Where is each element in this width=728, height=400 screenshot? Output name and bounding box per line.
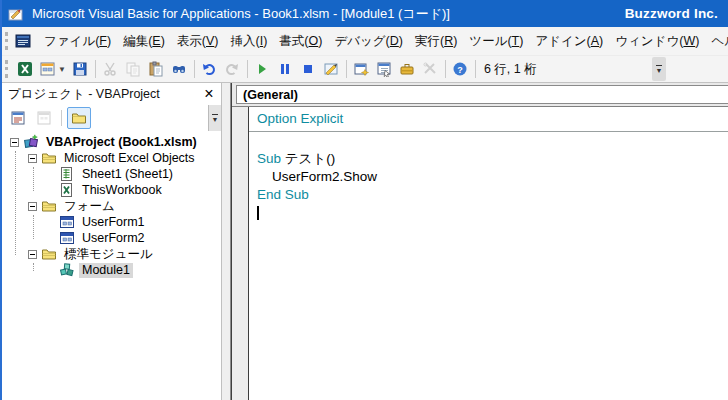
project-icon [23, 134, 39, 150]
code-line-2 [257, 132, 728, 150]
tree-item-userform1[interactable]: UserForm1 [2, 214, 221, 230]
insert-userform-icon[interactable] [36, 58, 59, 80]
menu-item-insert[interactable]: 挿入(I) [225, 29, 274, 54]
code-window: (General) Option ExplicitSub テスト() UserF… [231, 83, 728, 400]
tree-item-label: Microsoft Excel Objects [61, 151, 198, 166]
form-icon [59, 214, 75, 230]
tree-item-label: UserForm2 [79, 231, 148, 246]
chevron-down-icon: ▼ [212, 117, 219, 122]
redo-icon [221, 58, 244, 80]
vba-app-icon [8, 6, 24, 22]
break-icon[interactable] [274, 58, 297, 80]
chevron-down-icon: ▼ [656, 68, 663, 73]
title-bar: Microsoft Visual Basic for Applications … [2, 0, 728, 27]
copy-icon [122, 58, 145, 80]
object-dropdown[interactable]: (General) [236, 85, 728, 104]
toolbar-separator [346, 60, 347, 78]
tree-item-thisworkbook[interactable]: ThisWorkbook [2, 182, 221, 198]
project-panel-options-button[interactable]: ▼ [208, 105, 221, 131]
code-text: テスト() [285, 151, 335, 166]
chevron-down-icon[interactable]: ▼ [58, 65, 66, 74]
code-editor[interactable]: Option ExplicitSub テスト() UserForm2.ShowE… [249, 107, 728, 400]
folder-icon [41, 246, 57, 262]
code-text: Option Explicit [257, 111, 343, 126]
vba-editor-window: Microsoft Visual Basic for Applications … [0, 0, 728, 400]
tree-item-module1[interactable]: Module1 [2, 262, 221, 278]
close-icon[interactable]: × [199, 84, 219, 104]
tree-item-userform2[interactable]: UserForm2 [2, 230, 221, 246]
sheet-icon [59, 166, 75, 182]
menu-item-edit[interactable]: 編集(E) [117, 29, 171, 54]
find-icon[interactable] [168, 58, 191, 80]
code-line-3: Sub テスト() [257, 150, 728, 168]
collapse-expander-icon[interactable] [28, 202, 37, 211]
panel-splitter[interactable] [222, 83, 231, 400]
menubar-grip [5, 32, 8, 50]
design-mode-icon[interactable] [320, 58, 343, 80]
toggle-folders-icon[interactable] [67, 107, 91, 129]
toolbar-options-bar [656, 65, 662, 66]
menu-item-debug[interactable]: デバッグ(D) [328, 29, 409, 54]
tree-item-sheet1[interactable]: Sheet1 (Sheet1) [2, 166, 221, 182]
tree-item-label: 標準モジュール [61, 247, 156, 262]
undo-icon[interactable] [198, 58, 221, 80]
toolbar-separator [61, 110, 62, 126]
menu-item-view[interactable]: 表示(V) [171, 29, 225, 54]
code-line-1: Option Explicit [249, 110, 728, 132]
tree-item-label: Sheet1 (Sheet1) [79, 167, 176, 182]
menu-item-help[interactable]: ヘルプ(H) [705, 29, 728, 54]
main-area: プロジェクト - VBAProject × ▼ VBAProject (Book… [2, 83, 728, 400]
run-icon[interactable] [251, 58, 274, 80]
toolbar-separator [247, 60, 248, 78]
code-window-body: Option ExplicitSub テスト() UserForm2.ShowE… [232, 107, 728, 400]
tree-item-modules-folder[interactable]: 標準モジュール [2, 246, 221, 262]
collapse-expander-icon[interactable] [28, 250, 37, 259]
menu-item-format[interactable]: 書式(O) [273, 29, 328, 54]
toolbar-separator [475, 60, 476, 78]
reset-icon[interactable] [297, 58, 320, 80]
project-panel-title: プロジェクト - VBAProject [8, 86, 199, 103]
code-window-header: (General) [232, 83, 728, 107]
company-watermark: Buzzword Inc. [625, 6, 718, 21]
collapse-expander-icon[interactable] [10, 138, 19, 147]
code-line-4: UserForm2.Show [257, 168, 728, 186]
project-explorer-icon[interactable] [350, 58, 373, 80]
module-icon [59, 262, 75, 278]
toolbar-separator [445, 60, 446, 78]
tree-item-excel-objects[interactable]: Microsoft Excel Objects [2, 150, 221, 166]
view-excel-icon[interactable] [13, 58, 36, 80]
module-window-icon[interactable] [15, 33, 31, 49]
menu-item-addins[interactable]: アドイン(A) [529, 29, 609, 54]
svg-text:?: ? [458, 65, 464, 75]
menu-item-run[interactable]: 実行(R) [409, 29, 463, 54]
cut-icon [99, 58, 122, 80]
tree-item-forms-folder[interactable]: フォーム [2, 198, 221, 214]
menu-bar-items: ファイル(F)編集(E)表示(V)挿入(I)書式(O)デバッグ(D)実行(R)ツ… [38, 29, 728, 54]
margin-indicator-bar [232, 107, 249, 400]
standard-toolbar: ▼? 6 行, 1 桁 ▼ [2, 55, 728, 83]
menu-item-file[interactable]: ファイル(F) [38, 29, 117, 54]
project-panel-header: プロジェクト - VBAProject × [2, 83, 221, 105]
workbook-icon [59, 182, 75, 198]
tree-item-label: フォーム [61, 199, 118, 214]
collapse-expander-icon[interactable] [28, 154, 37, 163]
project-panel-toolbar: ▼ [2, 105, 221, 131]
menu-item-window[interactable]: ウィンドウ(W) [609, 29, 705, 54]
toolbar-separator [194, 60, 195, 78]
view-code-icon[interactable] [6, 107, 30, 129]
folder-icon [41, 198, 57, 214]
window-title: Microsoft Visual Basic for Applications … [32, 5, 625, 23]
object-browser-icon[interactable] [396, 58, 419, 80]
project-explorer-panel: プロジェクト - VBAProject × ▼ VBAProject (Book… [2, 83, 222, 400]
paste-icon[interactable] [145, 58, 168, 80]
toolbar-options-button[interactable]: ▼ [652, 57, 666, 81]
code-line-5: End Sub [257, 186, 728, 204]
save-icon[interactable] [69, 58, 92, 80]
view-object-icon [32, 107, 56, 129]
properties-window-icon[interactable] [373, 58, 396, 80]
menu-item-tools[interactable]: ツール(T) [463, 29, 529, 54]
project-panel-toolbar-items [6, 107, 91, 129]
tree-item-vbaproject[interactable]: VBAProject (Book1.xlsm) [2, 134, 221, 150]
help-icon[interactable]: ? [449, 58, 472, 80]
folder-icon [41, 150, 57, 166]
